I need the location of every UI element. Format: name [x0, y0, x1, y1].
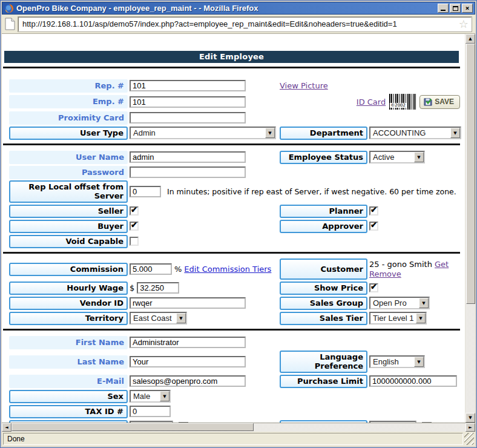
sales-group-label: Sales Group	[280, 297, 367, 310]
sales-tier-value: Tier Level 1	[370, 313, 416, 323]
vertical-scroll-thumb[interactable]	[466, 44, 475, 304]
section-divider	[3, 143, 460, 145]
last-name-label: Last Name	[9, 355, 128, 369]
sales-tier-select[interactable]: Tier Level 1 ▼	[369, 312, 427, 324]
approver-checkbox[interactable]	[369, 222, 378, 231]
language-preference-select[interactable]: English ▼	[369, 355, 425, 368]
first-name-row: First Name	[9, 335, 461, 349]
territory-row: Territory East Coast ▼ Sales Tier Tier L…	[9, 311, 461, 325]
password-input[interactable]	[130, 166, 246, 178]
commission-input[interactable]	[130, 263, 172, 275]
customer-remove-link[interactable]: Remove	[369, 269, 401, 278]
employee-status-label: Employee Status	[280, 151, 367, 164]
resize-grip[interactable]	[464, 433, 474, 445]
rep-number-row: Rep. # View Picture	[9, 79, 461, 93]
rep-number-input[interactable]	[130, 80, 246, 91]
id-card-link[interactable]: ID Card	[357, 97, 386, 107]
last-name-input[interactable]	[130, 356, 246, 367]
barcode-text: ©2002	[390, 103, 406, 108]
horizontal-scroll-thumb[interactable]	[12, 423, 254, 431]
user-type-select[interactable]: Admin ▼	[130, 127, 276, 139]
address-field[interactable]: http://192.168.1.101/asp/demo57/index.ph…	[18, 17, 472, 31]
calendar-icon[interactable]	[179, 422, 188, 423]
seller-checkbox[interactable]	[130, 206, 139, 216]
email-label: E-Mail	[9, 375, 128, 388]
emp-number-input[interactable]	[130, 96, 246, 108]
horizontal-scrollbar[interactable]: ◄ ►	[2, 423, 475, 432]
planner-checkbox[interactable]	[369, 206, 378, 216]
view-picture-link[interactable]: View Picture	[280, 81, 328, 90]
user-name-input[interactable]	[130, 151, 246, 163]
first-name-label: First Name	[9, 336, 128, 349]
date-of-birth-input[interactable]	[130, 421, 173, 423]
scroll-left-icon[interactable]: ◄	[2, 423, 12, 432]
commission-customer-row: Commission % Edit Commission Tiers Custo…	[9, 259, 461, 280]
section-divider	[3, 329, 460, 331]
first-name-input[interactable]	[130, 337, 246, 348]
sex-select[interactable]: Male ▼	[130, 390, 171, 403]
scroll-right-icon[interactable]: ►	[465, 423, 475, 432]
calendar-icon[interactable]	[422, 422, 432, 423]
user-name-row: User Name Employee Status Active ▼	[9, 150, 461, 164]
close-button[interactable]: ×	[462, 4, 473, 13]
scroll-up-icon[interactable]: ▲	[465, 34, 475, 44]
vendor-id-input[interactable]	[130, 297, 246, 309]
employee-status-select[interactable]: Active ▼	[369, 151, 425, 163]
chevron-down-icon[interactable]: ▼	[416, 313, 426, 323]
void-capable-checkbox[interactable]	[130, 237, 139, 246]
section-divider	[3, 67, 460, 68]
browser-window: OpenPro Bike Company - employee_rep_main…	[0, 0, 477, 448]
edit-commission-tiers-link[interactable]: Edit Commission Tiers	[184, 265, 271, 274]
user-type-row: User Type Admin ▼ Department ACCOUNTING …	[9, 126, 461, 140]
chevron-down-icon[interactable]: ▼	[160, 391, 169, 401]
minimize-button[interactable]	[438, 4, 449, 13]
buyer-label: Buyer	[9, 220, 128, 233]
tax-id-input[interactable]	[130, 406, 171, 417]
save-button-label: SAVE	[435, 97, 454, 106]
sales-tier-label: Sales Tier	[280, 312, 367, 325]
customer-get-link[interactable]: Get	[435, 260, 449, 269]
hourly-wage-input[interactable]	[137, 282, 179, 294]
page-icon	[5, 18, 15, 30]
customer-value-block: 25 - gono Smith Get Remove	[369, 260, 449, 279]
chevron-down-icon[interactable]: ▼	[414, 357, 424, 367]
department-value: ACCOUNTING	[370, 128, 450, 138]
save-icon	[424, 97, 432, 106]
hire-date-input[interactable]	[369, 421, 416, 423]
territory-label: Territory	[9, 312, 128, 325]
proximity-card-row: Proximity Card	[9, 111, 461, 125]
chevron-down-icon[interactable]: ▼	[419, 298, 429, 308]
chevron-down-icon[interactable]: ▼	[265, 128, 275, 138]
chevron-down-icon[interactable]: ▼	[414, 152, 424, 162]
chevron-down-icon[interactable]: ▼	[450, 128, 460, 138]
void-capable-row: Void Capable	[9, 234, 461, 248]
barcode-image: ©2002	[389, 94, 416, 110]
language-preference-label: Language Preference	[280, 351, 367, 373]
show-price-checkbox[interactable]	[369, 283, 378, 292]
password-label: Password	[9, 166, 128, 179]
void-capable-label: Void Capable	[9, 235, 128, 248]
page-content: Edit Employee Rep. # View Picture Emp. #…	[2, 34, 465, 423]
department-select[interactable]: ACCOUNTING ▼	[369, 127, 461, 139]
vertical-scrollbar[interactable]: ▲ ▼	[465, 34, 475, 423]
sales-group-select[interactable]: Open Pro ▼	[369, 297, 430, 309]
rep-offset-input[interactable]	[130, 186, 161, 197]
save-button[interactable]: SAVE	[419, 95, 460, 109]
maximize-button[interactable]	[450, 4, 461, 13]
commission-suffix: %	[174, 265, 182, 274]
scroll-down-icon[interactable]: ▼	[465, 413, 475, 423]
purchase-limit-input[interactable]	[369, 375, 457, 387]
proximity-card-input[interactable]	[130, 112, 246, 124]
territory-select[interactable]: East Coast ▼	[130, 312, 187, 324]
purchase-limit-label: Purchase Limit	[280, 375, 367, 388]
url-text[interactable]: http://192.168.1.101/asp/demo57/index.ph…	[22, 19, 459, 28]
email-input[interactable]	[130, 375, 246, 387]
buyer-checkbox[interactable]	[130, 222, 139, 231]
bookmark-star-icon[interactable]: ☆	[459, 19, 469, 30]
department-label: Department	[280, 127, 367, 140]
commission-label: Commission	[9, 263, 128, 276]
chevron-down-icon[interactable]: ▼	[176, 313, 186, 323]
page-title: Edit Employee	[4, 51, 459, 63]
customer-value: 25 - gono Smith	[369, 260, 432, 269]
planner-label: Planner	[280, 205, 367, 218]
